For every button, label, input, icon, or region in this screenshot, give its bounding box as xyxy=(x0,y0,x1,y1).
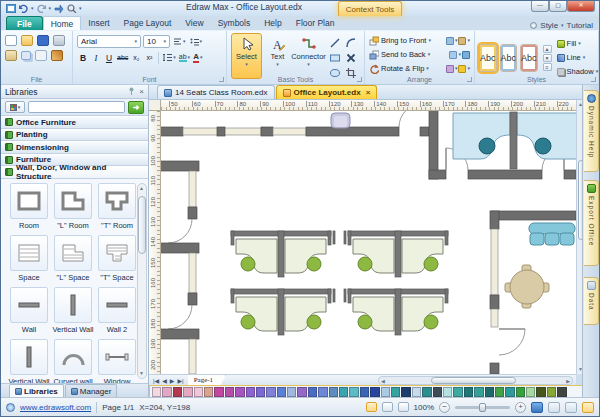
color-swatch[interactable] xyxy=(214,387,223,397)
color-swatch[interactable] xyxy=(318,387,327,397)
color-swatch[interactable] xyxy=(162,387,171,397)
line-tool-icon[interactable] xyxy=(327,36,342,50)
shape-preview-vwall[interactable] xyxy=(10,339,48,375)
view-page-icon[interactable] xyxy=(382,402,393,412)
color-swatch[interactable] xyxy=(474,387,483,397)
shape-preview-curve[interactable] xyxy=(54,339,92,375)
whole-page-icon[interactable] xyxy=(582,402,594,413)
italic-button[interactable]: I xyxy=(90,51,102,64)
style-preset-1[interactable]: Abc xyxy=(479,44,497,72)
navigate-icon[interactable] xyxy=(53,4,64,14)
shape-item[interactable]: "L" Room xyxy=(51,183,95,230)
document-tab[interactable]: 14 Seats Class Room.edx xyxy=(157,85,275,99)
delete-tool-icon[interactable] xyxy=(343,51,358,65)
color-swatch[interactable] xyxy=(235,387,244,397)
zoom-tool-icon[interactable] xyxy=(66,4,77,14)
rectangle-tool-icon[interactable] xyxy=(327,51,342,65)
color-swatch[interactable] xyxy=(246,387,255,397)
workstation-cluster[interactable] xyxy=(231,289,331,335)
workstation-cluster[interactable] xyxy=(348,289,448,335)
style-preset-2[interactable]: Abc xyxy=(500,44,518,72)
library-search-input[interactable] xyxy=(28,101,125,113)
qat-customize-icon[interactable]: ▾ xyxy=(79,6,82,11)
color-swatch[interactable] xyxy=(547,387,556,397)
library-group[interactable]: Dimensioning xyxy=(1,141,148,154)
shapes-scrollbar[interactable]: ▲ ▼ xyxy=(137,183,147,380)
line-button[interactable]: Line▾ xyxy=(557,51,599,64)
close-panel-icon[interactable]: × xyxy=(139,87,144,96)
shape-preview-space[interactable] xyxy=(10,235,48,271)
fit-window-icon[interactable] xyxy=(531,402,543,413)
arrange-dialog-launcher-icon[interactable] xyxy=(467,77,472,82)
tab-view[interactable]: View xyxy=(178,16,210,30)
last-page-icon[interactable]: ▶| xyxy=(177,377,183,384)
lock-icon[interactable] xyxy=(458,65,466,73)
tutorial-menu[interactable]: Tutorial xyxy=(567,21,593,30)
shape-preview-window[interactable] xyxy=(98,339,136,375)
shape-item[interactable]: Vertical Wall xyxy=(51,287,95,334)
format-painter-icon[interactable] xyxy=(51,50,63,61)
shape-item[interactable]: Room xyxy=(7,183,51,230)
style-menu[interactable]: Style xyxy=(540,21,558,30)
zoom-slider[interactable] xyxy=(455,406,510,409)
color-swatch[interactable] xyxy=(391,387,400,397)
minimize-button[interactable]: — xyxy=(531,1,549,12)
save-icon[interactable] xyxy=(37,35,49,46)
subscript-button[interactable]: x₂ xyxy=(130,51,142,64)
shape-preview-vwall[interactable] xyxy=(54,287,92,323)
shape-preview-room[interactable] xyxy=(10,183,48,219)
workstation-cluster[interactable] xyxy=(231,231,331,277)
color-swatch[interactable] xyxy=(443,387,452,397)
color-swatch[interactable] xyxy=(495,387,504,397)
view-normal-icon[interactable] xyxy=(366,402,377,412)
scrollbar-thumb[interactable] xyxy=(431,377,516,384)
zoom-area-icon[interactable] xyxy=(548,402,560,413)
color-swatch[interactable] xyxy=(412,387,421,397)
color-swatch[interactable] xyxy=(557,387,566,397)
font-family-select[interactable]: Arial▾ xyxy=(77,35,141,48)
shape-item[interactable]: Vertical Wall xyxy=(7,339,51,384)
color-swatch[interactable] xyxy=(339,387,348,397)
arc-tool-icon[interactable] xyxy=(343,36,358,50)
distribute-icon[interactable] xyxy=(446,65,454,73)
next-page-icon[interactable]: ▶ xyxy=(170,377,175,384)
zoom-out-icon[interactable]: − xyxy=(439,402,450,413)
scroll-right-icon[interactable]: ▶ xyxy=(566,378,570,384)
group-icon[interactable] xyxy=(446,37,454,45)
shape-item[interactable]: "L" Space xyxy=(51,235,95,282)
tab-page-layout[interactable]: Page Layout xyxy=(117,16,179,30)
color-swatch[interactable] xyxy=(225,387,234,397)
color-swatch[interactable] xyxy=(256,387,265,397)
color-swatch[interactable] xyxy=(381,387,390,397)
tab-help[interactable]: Help xyxy=(257,16,288,30)
align-dropdown[interactable]: ▾ xyxy=(172,35,187,48)
close-button[interactable]: ✕ xyxy=(567,1,595,12)
redo-dropdown-icon[interactable]: ▾ xyxy=(49,6,52,11)
panel-tab-export-office[interactable]: Export Office xyxy=(584,180,599,266)
panel-tab-libraries[interactable]: Libraries xyxy=(9,384,64,397)
first-page-icon[interactable]: |◀ xyxy=(153,377,159,384)
shape-item[interactable]: Curved wall xyxy=(51,339,95,384)
shape-preview-lspace[interactable] xyxy=(54,235,92,271)
center-icon[interactable] xyxy=(462,51,470,59)
sofa[interactable] xyxy=(529,223,575,234)
color-swatch[interactable] xyxy=(194,387,203,397)
shape-item[interactable]: Wall 2 xyxy=(95,287,139,334)
align-icon[interactable] xyxy=(449,51,457,59)
canvas-horizontal-scrollbar[interactable]: ◀ ▶ xyxy=(378,376,573,385)
paste-icon[interactable] xyxy=(5,50,17,61)
print-ic[interactable] xyxy=(53,35,65,46)
open-icon[interactable] xyxy=(21,35,33,46)
floor-plan-drawing[interactable] xyxy=(161,111,576,374)
shape-preview-tspace[interactable] xyxy=(98,235,136,271)
website-link[interactable]: www.edrawsoft.com xyxy=(20,403,91,412)
shape-item[interactable]: Space xyxy=(7,235,51,282)
library-group[interactable]: Office Furniture xyxy=(1,116,148,129)
tab-file[interactable]: File xyxy=(6,16,43,30)
color-swatch[interactable] xyxy=(485,387,494,397)
color-swatch[interactable] xyxy=(401,387,410,397)
color-swatch[interactable] xyxy=(297,387,306,397)
strikethrough-button[interactable]: abc xyxy=(116,51,129,64)
underline-button[interactable]: U xyxy=(103,51,115,64)
text-tool-button[interactable]: A Text▾ xyxy=(262,33,293,79)
